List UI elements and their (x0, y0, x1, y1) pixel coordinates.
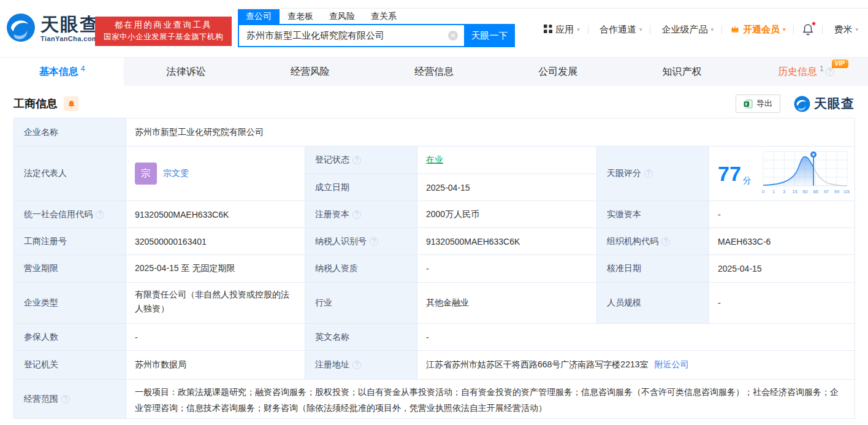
field-label: 参保人数 (14, 324, 126, 351)
username-label: 费米 (834, 24, 852, 36)
field-label: 组织机构代码? (597, 228, 709, 255)
field-label: 营业期限 (14, 255, 126, 283)
registration-status-value: 在业 (417, 147, 597, 174)
tab-label: 知识产权 (663, 66, 702, 78)
logo-text: 天眼查 (40, 15, 99, 34)
field-label: 统一社会信用代码? (14, 201, 126, 228)
nav-vip-label: 开通会员 (743, 24, 780, 36)
nav-apps-label: 应用 (555, 24, 574, 36)
business-scope-value: 一般项目：政策法规课题研究；融资咨询服务；股权投资；以自有资金从事投资活动；自有… (126, 380, 855, 419)
help-icon[interactable]: ? (352, 361, 361, 369)
legal-rep-avatar[interactable]: 宗 (135, 163, 157, 185)
tab-intellectual-property[interactable]: 知识产权 (620, 58, 744, 86)
field-label: 经营范围? (14, 380, 126, 419)
tab-count: 1 (820, 64, 824, 73)
nav-enterprise-label: 企业级产品 (661, 24, 707, 36)
registration-number-value: 320500000163401 (126, 228, 305, 255)
slogan-line1: 都在用的商业查询工具 (95, 19, 232, 31)
chevron-down-icon: ▾ (783, 26, 786, 33)
detail-tab-bar: 基本信息 4 法律诉讼 经营风险 经营信息 公司发展 知识产权 VIP 历史信息… (0, 57, 868, 86)
help-icon[interactable]: ? (826, 67, 834, 76)
notification-bell[interactable] (802, 23, 814, 36)
field-label: 登记状态? (305, 147, 417, 174)
nav-enterprise-product[interactable]: 企业级产品 ▾ (658, 24, 714, 36)
search-button[interactable]: 天眼一下 (464, 24, 515, 47)
approval-date-value: 2025-04-15 (709, 255, 855, 283)
tab-basic-info[interactable]: 基本信息 4 (0, 58, 124, 86)
search-block: 查公司 查老板 查风险 查关系 ✕ 天眼一下 (238, 9, 515, 47)
svg-text:97: 97 (824, 189, 829, 194)
svg-text:85: 85 (813, 189, 818, 194)
field-label: 行业 (305, 283, 417, 324)
tab-count: 4 (81, 64, 85, 73)
search-input[interactable] (238, 24, 464, 47)
help-icon[interactable]: ? (370, 237, 378, 246)
taxpayer-quality-value: - (417, 255, 597, 283)
help-icon[interactable]: ? (61, 395, 70, 404)
tab-label: 公司发展 (538, 66, 577, 78)
tab-company-development[interactable]: 公司发展 (496, 58, 620, 86)
clear-search-icon[interactable]: ✕ (448, 31, 458, 40)
registered-address-cell: 江苏省苏州市姑苏区干将西路668号广济南路写字楼2213室 附近公司 (417, 351, 855, 380)
divider (793, 25, 794, 34)
nav-partner-label: 合作通道 (600, 24, 636, 36)
chevron-down-icon: ▾ (855, 26, 858, 33)
legal-rep-link[interactable]: 宗文雯 (163, 168, 189, 179)
section-title: 工商信息 (13, 96, 58, 111)
svg-text:0: 0 (762, 189, 764, 194)
nav-open-vip[interactable]: 开通会员 ▾ (730, 24, 786, 36)
tab-business-info[interactable]: 经营信息 (372, 58, 496, 86)
help-icon[interactable]: ? (644, 169, 653, 178)
help-icon[interactable]: ? (661, 237, 670, 246)
search-tab-risk[interactable]: 查风险 (321, 9, 363, 24)
field-label: 注册资本? (305, 201, 417, 228)
score-unit: 分 (743, 175, 752, 185)
field-label: 实缴资本 (597, 201, 709, 228)
search-tab-company[interactable]: 查公司 (238, 9, 280, 24)
watermark-text: 天眼查 (814, 95, 855, 112)
divider (721, 25, 722, 34)
divider (650, 25, 650, 34)
status-link[interactable]: 在业 (426, 155, 443, 166)
tab-label: 经营风险 (291, 66, 330, 78)
field-label: 企业名称 (14, 118, 126, 147)
svg-text:3: 3 (783, 189, 785, 194)
field-label: 纳税人资质 (305, 255, 417, 283)
search-tab-boss[interactable]: 查老板 (280, 9, 321, 24)
help-icon[interactable]: ? (96, 210, 104, 219)
tab-label: 历史信息 (778, 66, 817, 78)
field-label: 注册地址? (305, 351, 417, 380)
tab-operating-risk[interactable]: 经营风险 (248, 58, 372, 86)
establish-date-value: 2025-04-15 (417, 174, 597, 201)
apps-grid-icon (544, 25, 552, 35)
nav-user-menu[interactable]: 费米 ▾ (831, 24, 858, 36)
tab-history-info[interactable]: VIP 历史信息 1 ? (744, 58, 868, 86)
nearby-companies-link[interactable]: 附近公司 (655, 359, 689, 370)
nav-apps[interactable]: 应用 ▾ (544, 24, 580, 36)
subscribe-bell-button[interactable] (64, 96, 78, 111)
search-tab-relation[interactable]: 查关系 (363, 9, 405, 24)
help-icon[interactable]: ? (352, 156, 361, 164)
company-name-value: 苏州市新型工业化研究院有限公司 (126, 118, 855, 147)
tianyancha-logo[interactable]: 天眼查 TianYanCha.com (6, 13, 99, 45)
top-navigation: 应用 ▾ 合作通道 ▾ 企业级产品 ▾ 开通会员 ▾ (544, 23, 858, 36)
business-term-value: 2025-04-15 至 无固定期限 (126, 255, 305, 283)
nav-partner-channel[interactable]: 合作通道 ▾ (596, 24, 642, 36)
tab-legal-proceedings[interactable]: 法律诉讼 (124, 58, 248, 86)
svg-text:50: 50 (802, 189, 807, 194)
field-label: 登记机关 (14, 351, 126, 380)
english-name-value: - (417, 324, 855, 351)
page-header: 天眼查 TianYanCha.com 都在用的商业查询工具 国家中小企业发展子基… (0, 0, 868, 55)
export-button[interactable]: 导出 (736, 94, 780, 113)
company-type-value: 有限责任公司（非自然人投资或控股的法人独资） (126, 283, 305, 324)
field-label: 工商注册号 (14, 228, 126, 255)
score-value: 77 (718, 162, 741, 185)
tianyancha-swirl-icon (6, 13, 36, 45)
help-icon[interactable]: ? (352, 210, 361, 219)
field-label: 纳税人识别号? (305, 228, 417, 255)
bell-icon (67, 100, 75, 108)
notification-dot (812, 21, 816, 26)
svg-text:99: 99 (834, 189, 839, 194)
logo-subtext: TianYanCha.com (40, 35, 99, 42)
registered-capital-value: 2000万人民币 (417, 201, 597, 228)
